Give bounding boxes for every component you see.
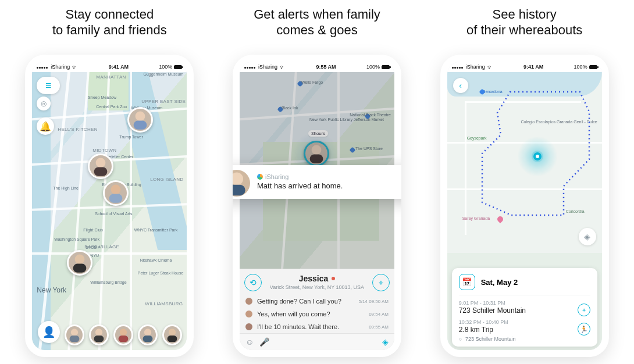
status-time: 9:41 AM [493,64,574,70]
svg-point-2 [96,158,106,168]
svg-rect-7 [73,264,87,273]
battery-label: 100% [574,64,587,70]
column-2: Get alerts when family comes & goes iSha… [218,6,416,357]
chat-line[interactable]: Yes, when will you come?09:54 AM [240,308,394,320]
history-time: 10:32 PM - 10:40 PM [459,319,590,325]
friend-avatar[interactable] [88,154,113,179]
map-label: UPPER EAST SIDE [141,99,186,104]
notification-card[interactable]: iSharing Matt has arrived at home. [233,165,401,199]
svg-point-8 [71,329,78,336]
map-poi: NYU [90,254,99,258]
tracked-avatar[interactable] [304,141,329,166]
add-user-icon: 👤 [42,326,55,338]
map-label: MANHATTAN [96,74,126,80]
layers-icon: ◈ [584,232,590,241]
headline-1-line1: Stay connected [52,6,167,23]
map-poi: Flight Club [83,228,102,232]
locate-button[interactable]: ⌖ [372,274,390,291]
wifi-icon: ᯤ [487,64,493,70]
svg-point-0 [136,112,145,122]
chat-line[interactable]: Getting done? Can I call you?5/14 09:50 … [240,295,394,308]
headline-2: Get alerts when family comes & goes [254,6,380,38]
battery-label: 100% [159,64,172,70]
status-bar: iSharing ᯤ 9:41 AM 100% [447,62,602,72]
layers-button[interactable]: ◈ [579,228,596,245]
emoji-button[interactable]: ☺ [245,337,254,347]
history-sub: 723 Schiller Mountain [465,336,516,342]
headline-3: See history of their whereabouts [466,6,582,38]
map-poi: School of Visual Arts [95,212,132,216]
map-poi: Peter Luger Steak House [138,271,184,275]
chat-text: I'll be 10 minutes. Wait there. [257,323,364,330]
history-time: 9:01 PM - 10:31 PM [459,300,590,306]
history-date: Sat, May 2 [481,278,518,287]
history-card: 📅 Sat, May 2 9:01 PM - 10:31 PM 723 Schi… [452,268,597,347]
person-panel: ⟲ Jessica Varick Street, New York, NY 10… [240,269,394,350]
map-poi: Trump Tower [119,135,143,139]
carrier-label: iSharing [51,64,70,70]
pin-icon: ⌖ [582,306,586,314]
map-poi: Central Park Zoo [96,105,127,109]
history-button[interactable]: ⟲ [244,274,262,291]
map-poi: National Black Theatre [350,113,391,117]
svg-rect-11 [94,336,104,342]
history-row[interactable]: 10:32 PM - 10:40 PM 2.8 km Trip ○723 Sch… [459,315,590,342]
friend-avatar[interactable] [103,180,129,206]
notif-message: Matt has arrived at home. [257,181,401,190]
menu-button[interactable]: ≡ [37,77,60,94]
map-poi: Guggenheim Museum [143,72,183,76]
column-3: See history of their whereabouts iSharin… [426,6,624,357]
history-icon-button[interactable]: 🏃 [578,323,590,336]
friend-chip[interactable] [89,324,109,345]
svg-rect-17 [168,336,177,342]
battery-label: 100% [366,64,380,70]
friend-chip[interactable] [138,324,158,345]
wifi-icon: ᯤ [280,64,286,70]
map-poi: Black Ink [282,106,298,110]
screen-2: iSharing ᯤ 9:55 AM 100% 2OM Wells Fargo … [240,62,394,350]
svg-point-14 [144,329,151,336]
history-row[interactable]: 9:01 PM - 10:31 PM 723 Schiller Mountain… [459,295,590,315]
calendar-button[interactable]: 📅 [459,274,475,290]
map-poi: Washington Square Park [54,237,99,241]
friend-chip[interactable] [65,324,84,345]
chat-line[interactable]: I'll be 10 minutes. Wait there.09:55 AM [240,320,394,333]
chat-text: Yes, when will you come? [257,311,364,317]
map-poi: New York Public Library Jefferson Market [309,117,384,122]
svg-point-4 [111,185,121,195]
send-button[interactable]: ◈ [382,337,389,347]
svg-rect-21 [233,185,245,195]
svg-point-18 [312,145,322,155]
calendar-icon: 📅 [462,277,472,287]
svg-rect-1 [134,121,147,130]
map-poi: The UPS Store [355,147,383,151]
svg-point-6 [75,255,85,265]
map-view[interactable]: MANHATTAN MIDTOWN HELL'S KITCHEN UPPER E… [32,72,187,350]
phone-3: iSharing ᯤ 9:41 AM 100% Mercadona Geysep… [440,55,609,357]
map-poi: Nitehawk Cinema [140,258,172,262]
status-time: 9:41 AM [78,64,159,70]
person-name: Jessica [299,274,329,283]
headline-3-line2: of their whereabouts [466,22,582,38]
chat-time: 5/14 09:50 AM [358,299,389,304]
current-location-pin [533,152,542,160]
svg-point-20 [233,173,243,185]
chat-text: Getting done? Can I call you? [257,298,354,305]
phone-2: iSharing ᯤ 9:55 AM 100% 2OM Wells Fargo … [233,55,401,357]
svg-rect-13 [119,336,129,342]
carrier-label: iSharing [466,64,485,70]
chat-time: 09:55 AM [369,324,389,330]
friend-avatar[interactable] [67,250,92,276]
chat-time: 09:54 AM [369,312,389,317]
screen-3: iSharing ᯤ 9:41 AM 100% Mercadona Geysep… [447,62,602,350]
history-title: 2.8 km Trip [459,326,590,334]
voice-button[interactable]: 🎤 [259,337,269,347]
notif-app-name: iSharing [265,173,288,180]
friend-chip[interactable] [113,324,133,345]
history-title: 723 Schiller Mountain [459,306,590,315]
friend-chip[interactable] [162,324,182,345]
clock-icon: ⟲ [250,278,257,287]
map-label: HELL'S KITCHEN [58,127,97,132]
back-button[interactable]: ‹ [453,78,468,93]
friend-avatar[interactable] [127,107,153,133]
